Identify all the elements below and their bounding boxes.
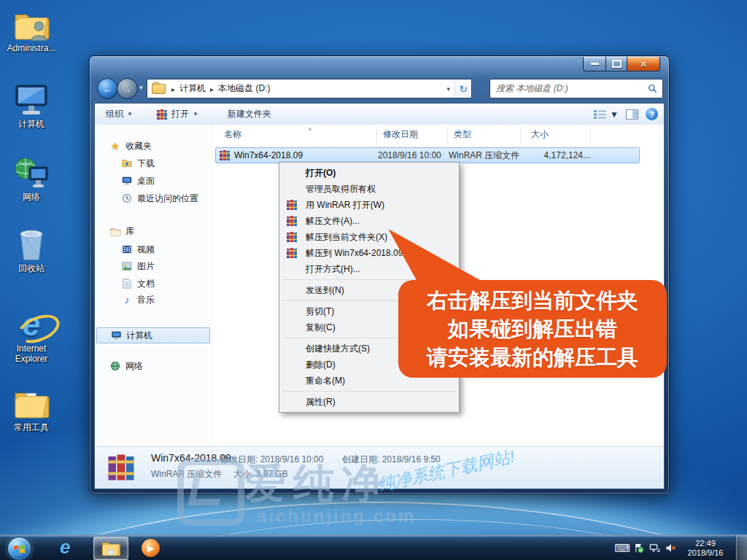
sidebar-item-favorites[interactable]: ★ 收藏夹 <box>109 139 152 153</box>
downloads-icon <box>121 158 133 169</box>
taskbar: e ▶ ⌨ 22:49 2018/9/16 <box>0 534 747 560</box>
sidebar-item-libraries[interactable]: 库 <box>109 224 134 238</box>
clock-time: 22:49 <box>678 539 732 548</box>
column-header-name[interactable]: 名称 <box>214 125 377 144</box>
column-header-date[interactable]: 修改日期 <box>377 125 448 144</box>
maximize-button[interactable] <box>606 57 627 71</box>
minimize-icon <box>591 63 599 65</box>
taskbar-media-player[interactable]: ▶ <box>142 539 160 557</box>
videos-icon <box>121 244 133 255</box>
menu-item-take-ownership[interactable]: 管理员取得所有权 <box>279 181 459 197</box>
keyboard-language-icon[interactable]: ⌨ <box>614 542 630 555</box>
drive-icon <box>152 84 166 94</box>
user-folder-icon <box>0 4 63 41</box>
address-bar[interactable]: 计算机 本地磁盘 (D:) ▾ ↻ <box>147 79 472 98</box>
preview-pane-button[interactable] <box>626 109 638 120</box>
taskbar-clock[interactable]: 22:49 2018/9/16 <box>678 539 732 558</box>
new-folder-button[interactable]: 新建文件夹 <box>221 106 278 123</box>
taskbar-internet-explorer[interactable]: e <box>60 536 70 559</box>
close-button[interactable]: ✕ <box>627 57 660 71</box>
sidebar-item-label: 库 <box>125 225 134 238</box>
recent-pages-dropdown[interactable]: ▾ <box>139 84 143 91</box>
menu-item-extract-here[interactable]: 解压到当前文件夹(X) <box>279 229 459 245</box>
desktop-mini-icon <box>121 175 133 187</box>
menu-item-extract-files[interactable]: 解压文件(A)... <box>279 213 459 229</box>
search-box[interactable]: 搜索 本地磁盘 (D:) <box>489 79 663 98</box>
breadcrumb-computer[interactable]: 计算机 <box>178 82 207 95</box>
network-status-icon[interactable] <box>646 542 662 553</box>
desktop-icon-recycle-bin[interactable]: 回收站 <box>0 225 63 273</box>
sidebar-item-downloads[interactable]: 下载 <box>121 156 155 171</box>
desktop-icon-label: Administra... <box>0 43 63 53</box>
organize-button[interactable]: 组织 ▼ <box>99 106 139 123</box>
column-header-type[interactable]: 类型 <box>448 125 521 144</box>
desktop-icon-label: Internet Explorer <box>0 343 63 364</box>
new-folder-label: 新建文件夹 <box>228 108 271 120</box>
caption-buttons: ✕ <box>583 57 660 71</box>
network-mini-icon <box>109 360 121 372</box>
breadcrumb-local-disk-d[interactable]: 本地磁盘 (D:) <box>217 82 271 95</box>
minimize-button[interactable] <box>583 57 606 71</box>
folder-icon <box>101 540 121 556</box>
menu-item-open-with-winrar[interactable]: 用 WinRAR 打开(W) <box>279 197 459 213</box>
close-icon: ✕ <box>640 59 647 69</box>
file-date: 2018/9/16 10:00 <box>378 150 449 160</box>
sidebar-item-label: 网络 <box>125 360 143 373</box>
chevron-down-icon: ▼ <box>127 111 133 117</box>
sidebar-item-computer[interactable]: 计算机 <box>96 327 210 343</box>
forward-arrow-icon: → <box>123 83 133 95</box>
sidebar-item-label: 收藏夹 <box>125 140 152 152</box>
change-view-button[interactable]: ▼ <box>593 109 619 120</box>
winrar-icon <box>216 149 234 161</box>
address-dropdown-icon[interactable]: ▾ <box>442 85 454 93</box>
file-row-selected[interactable]: Win7x64-2018.09 2018/9/16 10:00 WinRAR 压… <box>215 147 640 163</box>
sidebar-item-recent-places[interactable]: 最近访问的位置 <box>121 191 198 206</box>
desktop-icon-network[interactable]: 网络 <box>0 153 63 202</box>
menu-item-properties[interactable]: 属性(R) <box>279 394 459 410</box>
sidebar-item-pictures[interactable]: 图片 <box>121 259 155 273</box>
sidebar-item-label: 音乐 <box>137 294 155 306</box>
desktop-icon-administrator[interactable]: Administra... <box>0 4 63 53</box>
sidebar-item-documents[interactable]: 文档 <box>121 276 155 291</box>
command-toolbar: 组织 ▼ 打开 ▼ 新建文件夹 ▼ <box>95 104 664 125</box>
menu-item-open[interactable]: 打开(O) <box>279 165 459 181</box>
details-modified: 修改日期: 2018/9/16 10:00 <box>220 454 323 466</box>
search-icon[interactable] <box>643 84 662 93</box>
sidebar-item-network[interactable]: 网络 <box>109 359 143 373</box>
show-desktop-button[interactable] <box>735 535 747 560</box>
file-size: 4,172,124... <box>522 150 590 160</box>
column-header-size[interactable]: 大小 <box>521 125 591 144</box>
refresh-button[interactable]: ↻ <box>454 80 471 97</box>
details-type: WinRAR 压缩文件 <box>151 468 222 481</box>
desktop-icon-common-tools[interactable]: 常用工具 <box>0 384 63 432</box>
callout-line: 请安装最新的解压工具 <box>398 343 667 372</box>
help-button[interactable]: ? <box>646 108 658 120</box>
desktop-icon-computer[interactable]: 计算机 <box>0 80 63 129</box>
column-headers: 名称 修改日期 类型 大小 <box>214 125 591 144</box>
play-icon: ▶ <box>147 543 154 553</box>
forward-button[interactable]: → <box>117 78 138 99</box>
back-button[interactable]: ← <box>97 78 118 99</box>
recycle-bin-icon <box>0 225 63 261</box>
open-button[interactable]: 打开 ▼ <box>150 106 205 123</box>
taskbar-explorer-active[interactable] <box>93 537 128 560</box>
start-button[interactable] <box>7 537 31 560</box>
details-file-name: Win7x64-2018.09 <box>151 452 231 464</box>
details-pane: Win7x64-2018.09 修改日期: 2018/9/16 10:00 创建… <box>95 446 664 489</box>
callout-line: 右击解压到当前文件夹 <box>398 287 667 315</box>
details-created: 创建日期: 2018/9/16 9:50 <box>342 454 441 466</box>
chevron-down-icon: ▼ <box>193 111 198 117</box>
callout-line: 如果碰到解压出错 <box>398 315 667 343</box>
sidebar-item-desktop[interactable]: 桌面 <box>121 174 155 188</box>
folder-icon <box>0 384 63 420</box>
windows-logo-icon <box>13 543 26 554</box>
desktop-icon-internet-explorer[interactable]: e Internet Explorer <box>0 305 63 364</box>
file-name: Win7x64-2018.09 <box>234 150 378 160</box>
sidebar-item-music[interactable]: ♪ 音乐 <box>121 292 155 307</box>
clock-date: 2018/9/16 <box>678 548 732 558</box>
volume-muted-icon[interactable] <box>662 542 678 553</box>
action-center-icon[interactable] <box>630 542 646 553</box>
desktop-icon-label: 计算机 <box>0 119 63 129</box>
views-icon <box>593 109 607 120</box>
sidebar-item-videos[interactable]: 视频 <box>121 242 155 257</box>
